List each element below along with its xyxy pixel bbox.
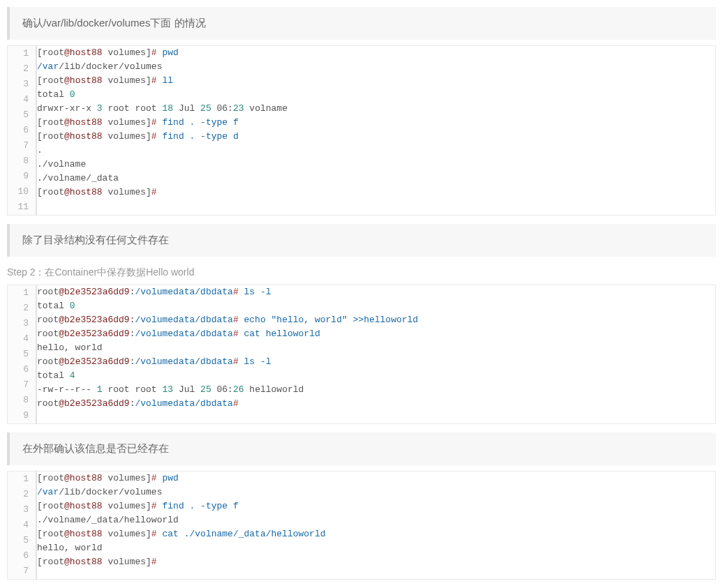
code-line: -rw-r--r-- 1 root root 13 Jul 25 06:26 h… [37, 383, 715, 397]
code-content: [root@host88 volumes]# pwd /var/lib/dock… [36, 46, 716, 216]
code-line: drwxr-xr-x 3 root root 18 Jul 25 06:23 v… [37, 102, 715, 116]
code-line: [root@host88 volumes]# pwd [37, 472, 715, 485]
code-line: [root@host88 volumes]# pwd [37, 46, 715, 60]
code-content: [root@host88 volumes]# pwd /var/lib/dock… [36, 472, 716, 580]
line-gutter: 1234567891011 [8, 46, 37, 216]
quote-block-3: 在外部确认该信息是否已经存在 [7, 432, 716, 465]
code-line: [root@host88 volumes]# find . -type f [37, 116, 715, 130]
code-line: ./volname/_data/helloworld [37, 513, 715, 527]
code-line: /var/lib/docker/volumes [37, 60, 715, 74]
code-line: ./volname/_data [37, 172, 715, 186]
quote-text: 除了目录结构没有任何文件存在 [22, 234, 169, 246]
code-line: root@b2e3523a6dd9:/volumedata/dbdata# ec… [37, 313, 715, 327]
quote-text: 在外部确认该信息是否已经存在 [22, 442, 169, 454]
code-line: total 0 [37, 299, 715, 313]
code-line: total 4 [37, 369, 715, 383]
code-line: [root@host88 volumes]# [37, 555, 715, 569]
code-block-1: 1234567891011 [root@host88 volumes]# pwd… [7, 45, 716, 216]
code-line: total 0 [37, 88, 715, 102]
code-line: ./volname [37, 158, 715, 172]
code-block-2: 123456789 root@b2e3523a6dd9:/volumedata/… [7, 285, 716, 424]
quote-block-1: 确认/var/lib/docker/volumes下面 的情况 [7, 7, 716, 40]
code-line: [root@host88 volumes]# [37, 186, 715, 199]
code-line: [root@host88 volumes]# find . -type d [37, 130, 715, 144]
code-line: . [37, 144, 715, 158]
code-line: /var/lib/docker/volumes [37, 485, 715, 499]
code-line: root@b2e3523a6dd9:/volumedata/dbdata# ca… [37, 327, 715, 341]
step-title: Step 2：在Container中保存数据Hello world [7, 266, 716, 279]
code-line: [root@host88 volumes]# cat ./volname/_da… [37, 527, 715, 541]
code-content: root@b2e3523a6dd9:/volumedata/dbdata# ls… [36, 285, 716, 424]
code-block-3: 1234567 [root@host88 volumes]# pwd /var/… [7, 471, 716, 580]
quote-block-2: 除了目录结构没有任何文件存在 [7, 224, 716, 257]
line-gutter: 1234567 [8, 472, 37, 580]
code-line: root@b2e3523a6dd9:/volumedata/dbdata# ls… [37, 285, 715, 299]
code-line: [root@host88 volumes]# find . -type f [37, 499, 715, 513]
code-line: hello, world [37, 341, 715, 355]
code-line: root@b2e3523a6dd9:/volumedata/dbdata# ls… [37, 355, 715, 369]
code-line: hello, world [37, 541, 715, 555]
line-gutter: 123456789 [8, 285, 37, 424]
code-line: root@b2e3523a6dd9:/volumedata/dbdata# [37, 397, 715, 411]
quote-text: 确认/var/lib/docker/volumes下面 的情况 [22, 17, 206, 29]
code-line: [root@host88 volumes]# ll [37, 74, 715, 88]
